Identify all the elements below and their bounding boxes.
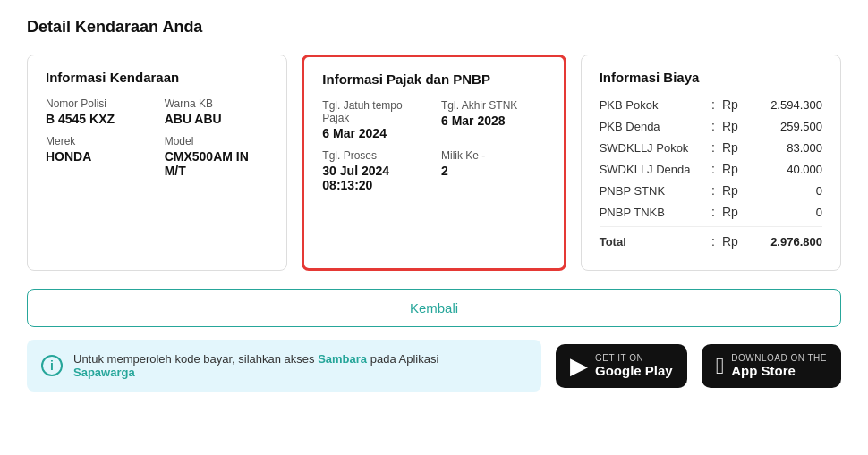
app-store-button[interactable]:  Download on the App Store [702,344,841,388]
tgl-proses-group: Tgl. Proses 30 Jul 2024 08:13:20 [322,149,427,201]
tgl-akhir-stnk-group: Tgl. Akhir STNK 6 Mar 2028 [441,99,546,149]
google-play-icon: ▶ [570,354,588,377]
google-play-get-it: GET IT ON [595,353,673,363]
nomor-polisi-value: B 4545 KXZ [46,112,150,126]
info-icon: i [41,355,63,376]
biaya-item-amount: 0 [751,206,822,219]
app-store-store-name: App Store [731,363,827,379]
merek-group: Merek HONDA [46,135,150,187]
biaya-item-colon: : [711,140,715,155]
biaya-item-amount: 2.594.300 [751,98,822,112]
kendaraan-fields: Nomor Polisi B 4545 KXZ Warna KB ABU ABU… [46,97,268,187]
model-group: Model CMX500AM IN M/T [165,135,269,187]
biaya-item-row: PNBP TNKB : Rp 0 [600,205,822,219]
biaya-item-colon: : [711,119,715,133]
biaya-item-label: PKB Pokok [600,98,708,112]
biaya-item-colon: : [711,162,715,176]
app-store-text: Download on the App Store [731,353,827,379]
nomor-polisi-group: Nomor Polisi B 4545 KXZ [46,97,150,135]
tgl-jatuh-tempo-value: 6 Mar 2024 [322,126,427,140]
kembali-button[interactable]: Kembali [27,289,841,327]
google-play-store-name: Google Play [595,363,673,379]
nomor-polisi-label: Nomor Polisi [46,97,150,110]
biaya-total-label: Total [600,235,708,249]
biaya-item-label: SWDKLLJ Pokok [600,141,708,155]
biaya-item-label: PNBP TNKB [600,206,708,219]
biaya-item-amount: 40.000 [751,163,822,176]
biaya-item-amount: 83.000 [751,141,822,155]
biaya-item-label: PNBP STNK [600,184,708,198]
tgl-akhir-stnk-value: 6 Mar 2028 [441,114,546,128]
biaya-total-amount: 2.976.800 [751,235,822,249]
biaya-item-rp: Rp [722,183,740,198]
cards-row: Informasi Kendaraan Nomor Polisi B 4545 … [27,55,841,271]
warna-kb-group: Warna KB ABU ABU [165,97,269,135]
merek-value: HONDA [46,149,150,164]
biaya-item-rp: Rp [722,162,740,176]
biaya-item-rp: Rp [722,97,740,112]
biaya-item-rp: Rp [722,119,740,133]
google-play-text: GET IT ON Google Play [595,353,673,379]
biaya-item-row: PNBP STNK : Rp 0 [600,183,822,198]
biaya-item-row: PKB Denda : Rp 259.500 [600,119,822,133]
notice-highlight-sapawarga: Sapawarga [73,366,135,379]
notice-text-middle: pada Aplikasi [367,352,438,366]
app-store-get-it: Download on the [731,353,827,363]
biaya-item-colon: : [711,183,715,198]
info-notice: i Untuk memperoleh kode bayar, silahkan … [27,340,541,392]
kendaraan-card: Informasi Kendaraan Nomor Polisi B 4545 … [27,55,287,271]
tgl-proses-value: 30 Jul 2024 08:13:20 [322,164,427,192]
kendaraan-card-title: Informasi Kendaraan [46,70,268,85]
biaya-item-colon: : [711,205,715,219]
tgl-akhir-stnk-label: Tgl. Akhir STNK [441,99,546,112]
biaya-item-amount: 259.500 [751,120,822,133]
biaya-divider [600,226,822,227]
apple-icon:  [716,354,725,377]
biaya-items: PKB Pokok : Rp 2.594.300 PKB Denda : Rp … [600,97,822,219]
biaya-total-row: Total : Rp 2.976.800 [600,234,822,249]
pajak-card: Informasi Pajak dan PNBP Tgl. Jatuh temp… [302,55,566,271]
biaya-item-row: SWDKLLJ Denda : Rp 40.000 [600,162,822,176]
warna-kb-label: Warna KB [165,97,269,110]
milik-ke-group: Milik Ke - 2 [441,149,546,201]
merek-label: Merek [46,135,150,147]
biaya-item-amount: 0 [751,184,822,198]
tgl-proses-label: Tgl. Proses [322,149,427,162]
tgl-jatuh-tempo-label: Tgl. Jatuh tempo Pajak [322,99,427,124]
notice-text: Untuk memperoleh kode bayar, silahkan ak… [73,352,438,379]
notice-highlight-sambara: Sambara [318,352,367,366]
milik-ke-value: 2 [441,164,546,178]
biaya-item-label: PKB Denda [600,120,708,133]
model-value: CMX500AM IN M/T [165,149,269,178]
kembali-btn-row: Kembali [27,289,841,327]
notice-text-before: Untuk memperoleh kode bayar, silahkan ak… [73,352,318,366]
biaya-item-colon: : [711,97,715,112]
biaya-total-rp: Rp [722,234,740,249]
pajak-fields: Tgl. Jatuh tempo Pajak 6 Mar 2024 Tgl. A… [322,99,545,201]
tgl-jatuh-tempo-group: Tgl. Jatuh tempo Pajak 6 Mar 2024 [322,99,427,149]
biaya-item-rp: Rp [722,140,740,155]
google-play-button[interactable]: ▶ GET IT ON Google Play [556,344,687,388]
biaya-card-title: Informasi Biaya [600,70,822,85]
warna-kb-value: ABU ABU [165,112,269,126]
biaya-item-row: SWDKLLJ Pokok : Rp 83.000 [600,140,822,155]
bottom-row: i Untuk memperoleh kode bayar, silahkan … [27,340,841,392]
milik-ke-label: Milik Ke - [441,149,546,162]
page-title: Detail Kendaraan Anda [27,18,841,37]
biaya-item-label: SWDKLLJ Denda [600,163,708,176]
pajak-card-title: Informasi Pajak dan PNBP [322,72,545,87]
biaya-item-row: PKB Pokok : Rp 2.594.300 [600,97,822,112]
biaya-card: Informasi Biaya PKB Pokok : Rp 2.594.300… [581,55,841,271]
biaya-total-colon: : [711,234,715,249]
biaya-item-rp: Rp [722,205,740,219]
model-label: Model [165,135,269,147]
